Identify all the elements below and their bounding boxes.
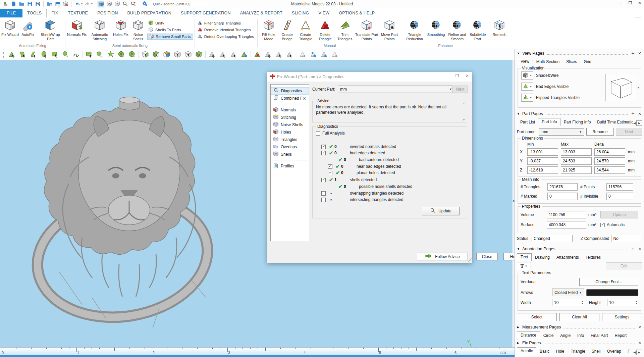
undo-dropdown-icon[interactable]: ▾ — [81, 2, 83, 5]
automatic-checkbox[interactable] — [600, 223, 605, 227]
pie-selection-icon[interactable] — [117, 50, 126, 58]
rectangle-selection-icon[interactable] — [50, 50, 59, 58]
z-min-field[interactable]: -12.618 — [527, 166, 558, 174]
cube-shell-select-icon[interactable] — [141, 50, 150, 58]
sidebar-item-combined-fix[interactable]: Combined Fix — [271, 95, 309, 102]
invert-selection-icon[interactable] — [264, 50, 272, 58]
z-delta-field[interactable]: 34.544 — [594, 166, 625, 174]
tab-textures[interactable]: Textures — [582, 254, 604, 261]
brush-selection-icon[interactable] — [96, 50, 104, 58]
tabs-scroll-right-icon[interactable]: ▶ — [636, 120, 642, 126]
smoothing-button[interactable]: Smoothing — [426, 18, 446, 37]
orientation-cube-preview[interactable]: ▼ — [605, 74, 636, 101]
tab-part-list[interactable]: Part List — [517, 119, 538, 126]
tab-text[interactable]: Text — [517, 253, 532, 261]
detect-overlapping-triangles-button[interactable]: Detect Overlapping Triangles — [196, 34, 256, 40]
lion-ring-model[interactable] — [18, 97, 240, 332]
width-stepper[interactable]: 10▲▼ — [552, 299, 584, 306]
expand-icon[interactable]: ▶ — [517, 325, 520, 329]
magics-logo-icon[interactable] — [2, 1, 9, 7]
selection-tool-3-icon[interactable] — [320, 50, 328, 58]
tab-report[interactable]: Report — [611, 332, 630, 339]
maximize-button[interactable]: ❐ — [627, 1, 633, 5]
trim-triangles-button[interactable]: Trim Triangles — [335, 18, 355, 41]
overlapping-triangles-checkbox[interactable] — [321, 191, 326, 196]
pin-icon[interactable]: ✛ — [631, 51, 635, 56]
subdivide-part-button[interactable]: Subdivide Part — [468, 18, 487, 41]
close-panel-icon[interactable]: ✕ — [637, 247, 642, 251]
tab-shell[interactable]: Shell — [588, 348, 604, 355]
scroll-up-icon[interactable]: ▲ — [463, 102, 465, 105]
save-part-as-icon[interactable] — [34, 1, 41, 7]
select-button[interactable]: Select — [517, 313, 557, 321]
tab-multi-section[interactable]: Multi-Section — [533, 58, 563, 65]
sidebar-item-diagnostics[interactable]: Diagnostics — [271, 87, 309, 95]
cube-core-select-icon[interactable] — [184, 50, 193, 58]
select-shell-triangles-icon[interactable] — [218, 50, 227, 58]
y-max-field[interactable]: 24.533 — [561, 157, 592, 165]
window-selection-icon[interactable] — [85, 50, 94, 58]
z-max-field[interactable]: 21.925 — [561, 166, 592, 174]
tab-texture[interactable]: TEXTURE — [63, 9, 93, 17]
selection-tool-1-icon[interactable] — [298, 50, 307, 58]
inverted-normals-checkbox[interactable] — [321, 145, 326, 149]
tab-hole[interactable]: Hole — [553, 348, 568, 355]
flipped-triangles-dropdown[interactable]: ▼ — [521, 94, 533, 102]
normals-fix-button[interactable]: Normals Fix — [67, 18, 87, 37]
tab-final-part[interactable]: Final Part — [587, 332, 611, 339]
tab-drawing[interactable]: Drawing — [532, 254, 553, 261]
freeform-selection-icon[interactable] — [72, 50, 80, 58]
unify-button[interactable]: Unify — [147, 20, 193, 26]
volume-field[interactable]: 1100.259 — [547, 211, 586, 218]
tab-support-generation[interactable]: SUPPORT GENERATION — [176, 9, 235, 17]
tab-position[interactable]: POSITION — [93, 9, 122, 17]
sidebar-item-triangles[interactable]: Triangles — [271, 136, 309, 143]
sidebar-item-noise-shells[interactable]: Noise Shells — [271, 121, 309, 129]
tab-basic[interactable]: Basic — [536, 348, 553, 355]
save-project-icon[interactable] — [54, 1, 61, 7]
close-panel-icon[interactable]: ✕ — [637, 341, 642, 345]
chevron-down-icon[interactable]: ▼ — [637, 86, 640, 89]
tab-distance[interactable]: Distance — [517, 332, 540, 339]
toolbar-drag-handle[interactable] — [3, 51, 5, 58]
part-pages-header[interactable]: ▼ Part Pages ✛ ✕ — [517, 110, 642, 117]
tab-part-fixing-info[interactable]: Part Fixing Info — [560, 119, 594, 126]
tab-angle[interactable]: Angle — [557, 332, 574, 339]
height-stepper[interactable]: 10▲▼ — [607, 299, 638, 306]
fix-pages-header[interactable]: ▶ Fix Pages ✕ — [517, 339, 642, 347]
select-triangles-icon[interactable] — [208, 50, 216, 58]
remove-small-parts-button[interactable]: Remove Small Parts — [147, 34, 193, 40]
tab-attachments[interactable]: Attachments — [553, 254, 582, 261]
tab-file[interactable]: FILE — [0, 9, 22, 17]
tab-tools[interactable]: TOOLS — [22, 9, 46, 17]
expand-icon[interactable]: ▶ — [517, 341, 520, 345]
part-name-select[interactable]: mm▼ — [539, 128, 584, 136]
tab-info[interactable]: Info — [574, 332, 587, 339]
y-delta-field[interactable]: 24.570 — [594, 157, 625, 165]
measurement-pages-header[interactable]: ▶ Measurement Pages ✕ — [517, 323, 642, 331]
surface-field[interactable]: 4000.348 — [547, 221, 586, 228]
redo-dropdown-icon[interactable]: ▾ — [91, 2, 93, 5]
pin-icon[interactable]: ✛ — [631, 247, 635, 251]
update-button[interactable]: Update — [422, 207, 460, 215]
fix-wizard-dialog[interactable]: Fix Wizard (Part: mm) > Diagnostics – ❐ … — [267, 72, 472, 263]
cube-marked-select-icon[interactable] — [195, 50, 203, 58]
tab-view[interactable]: View — [517, 58, 533, 65]
tab-autofix[interactable]: Autofix — [517, 347, 536, 355]
close-panel-icon[interactable]: ✕ — [637, 51, 642, 56]
panel-splitter[interactable] — [512, 60, 515, 347]
tab-view[interactable]: VIEW — [314, 9, 334, 17]
clear-all-button[interactable]: Clear All — [559, 313, 599, 321]
cube-green-select-icon[interactable] — [152, 50, 160, 58]
sidebar-item-shells[interactable]: Shells — [271, 151, 309, 158]
arrow-color-swatch[interactable] — [586, 289, 638, 296]
create-triangle-button[interactable]: Create Triangle — [296, 18, 315, 41]
undo-icon[interactable] — [74, 1, 80, 7]
collapse-icon[interactable]: ▼ — [517, 247, 520, 251]
tab-slices[interactable]: Slices — [563, 58, 580, 65]
hide-selection-icon[interactable] — [274, 50, 283, 58]
tab-fix[interactable]: FIX — [46, 9, 63, 17]
grow-selection-icon[interactable] — [240, 50, 249, 58]
dialog-close-action-button[interactable]: Close — [476, 253, 498, 260]
mark-plane-icon[interactable] — [18, 50, 27, 58]
